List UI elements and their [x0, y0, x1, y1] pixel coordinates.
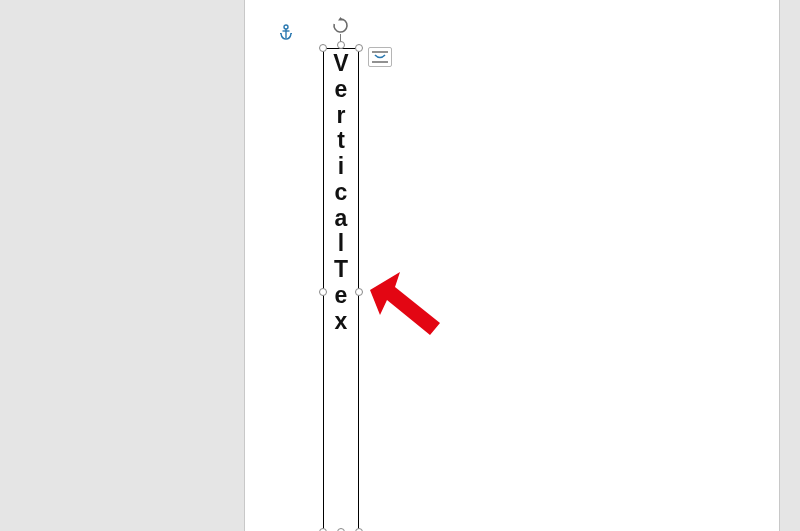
resize-handle-top-left[interactable] — [319, 44, 327, 52]
window-gutter — [780, 0, 792, 531]
resize-handle-middle-left[interactable] — [319, 288, 327, 296]
svg-point-0 — [284, 25, 288, 29]
rotate-handle-icon[interactable] — [332, 17, 349, 34]
vertical-text-content: V e r t i c a l T e x — [324, 51, 358, 334]
resize-handle-top-right[interactable] — [355, 44, 363, 52]
resize-handle-top-middle[interactable] — [337, 41, 345, 49]
anchor-icon[interactable] — [279, 24, 293, 43]
layout-options-button[interactable] — [368, 47, 392, 67]
resize-handle-middle-right[interactable] — [355, 288, 363, 296]
text-box[interactable]: V e r t i c a l T e x — [323, 48, 359, 531]
